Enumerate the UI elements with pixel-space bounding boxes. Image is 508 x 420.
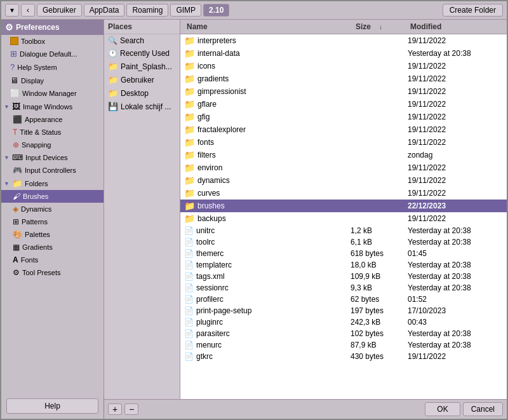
add-location-button[interactable]: +	[108, 403, 122, 415]
folder-icon: 📁	[184, 112, 195, 122]
file-row[interactable]: 📄menurc87,9 kBYesterday at 20:38	[180, 339, 507, 351]
file-name-label: icons	[197, 62, 215, 71]
pref-item-tool-presets[interactable]: ⚙ Tool Presets	[1, 266, 104, 279]
places-item-paint-splash[interactable]: 📁 Paint_Splash...	[104, 60, 180, 73]
breadcrumb-gimp[interactable]: GIMP	[170, 4, 201, 17]
file-modified: Yesterday at 20:38	[408, 226, 503, 235]
breadcrumb-appdata[interactable]: AppData	[84, 4, 125, 17]
preferences-header: ⚙ Preferences	[1, 20, 104, 35]
pref-item-title-status[interactable]: T Title & Status	[1, 126, 104, 139]
file-row[interactable]: 📄toolrc6,1 kBYesterday at 20:38	[180, 236, 507, 248]
gebruiker-folder-icon: 📁	[108, 75, 118, 85]
pref-item-dialogue[interactable]: ⊞ Dialogue Default...	[1, 47, 104, 60]
file-row[interactable]: 📁fonts19/11/2022	[180, 136, 507, 149]
places-item-desktop[interactable]: 📁 Desktop	[104, 86, 180, 100]
file-name-label: dynamics	[197, 176, 230, 185]
file-row[interactable]: 📄pluginrc242,3 kB00:43	[180, 316, 507, 328]
file-row[interactable]: 📄themerc618 bytes01:45	[180, 248, 507, 259]
file-row[interactable]: 📁gfig19/11/2022	[180, 111, 507, 123]
pref-item-fonts[interactable]: A Fonts	[1, 254, 104, 266]
pref-item-folders[interactable]: ▼ 📁 Folders	[1, 177, 104, 190]
file-modified: 19/11/2022	[408, 125, 503, 134]
pref-item-input-devices[interactable]: ▼ ⌨ Input Devices	[1, 151, 104, 164]
folder-icon: 📁	[184, 61, 195, 71]
file-row[interactable]: 📄sessionrc9,3 kBYesterday at 20:38	[180, 282, 507, 294]
column-modified[interactable]: Modified	[408, 22, 503, 32]
file-row[interactable]: 📄tags.xml109,9 kBYesterday at 20:38	[180, 271, 507, 282]
folder-icon: 📁	[184, 188, 195, 198]
pref-item-image-windows[interactable]: ▼ 🖼 Image Windows	[1, 100, 104, 113]
file-row[interactable]: 📁environ19/11/2022	[180, 161, 507, 174]
folder-icon: 📁	[184, 74, 195, 84]
file-row[interactable]: 📄gtkrc430 bytes19/11/2022	[180, 351, 507, 362]
places-panel: Places 🔍 Search 🕐 Recently Used 📁 Paint_…	[104, 20, 180, 399]
file-row[interactable]: 📁gimpressionist19/11/2022	[180, 85, 507, 98]
file-row[interactable]: 📁gradients19/11/2022	[180, 72, 507, 85]
pref-item-palettes[interactable]: 🎨 Palettes	[1, 228, 104, 241]
file-row[interactable]: 📁interpreters19/11/2022	[180, 34, 507, 47]
file-row[interactable]: 📄profilerc62 bytes01:52	[180, 294, 507, 305]
cancel-button[interactable]: Cancel	[463, 402, 503, 416]
folder-icon: 📁	[184, 99, 195, 109]
pref-item-dynamics[interactable]: ◈ Dynamics	[1, 203, 104, 215]
ok-button[interactable]: OK	[425, 402, 460, 416]
folder-icon: 📁	[184, 48, 195, 58]
file-modified: Yesterday at 20:38	[408, 49, 503, 58]
places-item-gebruiker[interactable]: 📁 Gebruiker	[104, 73, 180, 86]
pref-item-patterns[interactable]: ⊞ Patterns	[1, 215, 104, 228]
pref-item-help[interactable]: ? Help System	[1, 60, 104, 74]
file-size: 197 bytes	[351, 306, 408, 315]
file-modified: Yesterday at 20:38	[408, 238, 503, 247]
nav-history-button[interactable]: ▾	[5, 4, 19, 17]
places-item-lokale-schijf[interactable]: 💾 Lokale schijf ...	[104, 100, 180, 113]
pref-item-appearance[interactable]: ⬛ Appearance	[1, 113, 104, 126]
file-row[interactable]: 📁internal-dataYesterday at 20:38	[180, 47, 507, 60]
drive-icon: 💾	[108, 102, 118, 111]
window-icon: ⬜	[10, 89, 20, 98]
pref-item-brushes[interactable]: 🖌 Brushes	[1, 190, 104, 203]
column-name[interactable]: Name	[184, 22, 351, 32]
file-row[interactable]: 📁dynamics19/11/2022	[180, 174, 507, 187]
places-item-recently-used[interactable]: 🕐 Recently Used	[104, 47, 180, 60]
file-modified: 19/11/2022	[408, 214, 503, 223]
file-name-label: templaterc	[196, 261, 232, 269]
file-list-scroll[interactable]: 📁interpreters19/11/2022📁internal-dataYes…	[180, 34, 507, 399]
create-folder-button[interactable]: Create Folder	[443, 4, 503, 17]
file-row[interactable]: 📁backups19/11/2022	[180, 212, 507, 225]
pref-item-window-manager[interactable]: ⬜ Window Manager	[1, 87, 104, 100]
nav-back-button[interactable]: ‹	[21, 4, 35, 17]
file-size: 102 bytes	[351, 329, 408, 338]
file-row[interactable]: 📁icons19/11/2022	[180, 60, 507, 72]
pref-item-toolbox[interactable]: Toolbox	[1, 35, 104, 47]
breadcrumb-gebruiker[interactable]: Gebruiker	[37, 4, 82, 17]
help-button[interactable]: Help	[6, 398, 98, 414]
file-size: 62 bytes	[351, 295, 408, 304]
column-size[interactable]: Size ↓	[351, 22, 408, 32]
file-row[interactable]: 📁curves19/11/2022	[180, 187, 507, 200]
file-icon: 📄	[184, 238, 194, 247]
breadcrumb-version[interactable]: 2.10	[203, 4, 229, 17]
file-row[interactable]: 📁brushes22/12/2023	[180, 200, 507, 212]
places-item-search[interactable]: 🔍 Search	[104, 34, 180, 47]
file-icon: 📄	[184, 261, 194, 269]
file-row[interactable]: 📄print-page-setup197 bytes17/10/2023	[180, 305, 507, 316]
folder-icon: 📁	[184, 175, 195, 186]
image-windows-icon: 🖼	[12, 102, 20, 111]
file-row[interactable]: 📄parasiterc102 bytesYesterday at 20:38	[180, 328, 507, 339]
file-row[interactable]: 📁filterszondag	[180, 149, 507, 161]
pref-item-display[interactable]: 🖥 Display	[1, 74, 104, 87]
breadcrumb-roaming[interactable]: Roaming	[126, 4, 168, 17]
file-size: 242,3 kB	[351, 318, 408, 327]
file-modified: 01:45	[408, 249, 503, 258]
remove-location-button[interactable]: −	[124, 403, 138, 415]
pref-item-snapping[interactable]: ⊕ Snapping	[1, 139, 104, 151]
file-row[interactable]: 📁gflare19/11/2022	[180, 98, 507, 111]
file-modified: Yesterday at 20:38	[408, 261, 503, 269]
file-row[interactable]: 📁fractalexplorer19/11/2022	[180, 123, 507, 136]
pref-item-input-controllers[interactable]: 🎮 Input Controllers	[1, 164, 104, 177]
file-row[interactable]: 📄templaterc18,0 kBYesterday at 20:38	[180, 259, 507, 271]
pref-item-gradients[interactable]: ▦ Gradients	[1, 241, 104, 254]
file-modified: 00:43	[408, 318, 503, 327]
file-row[interactable]: 📄unitrc1,2 kBYesterday at 20:38	[180, 225, 507, 236]
file-name-label: interpreters	[197, 36, 236, 45]
